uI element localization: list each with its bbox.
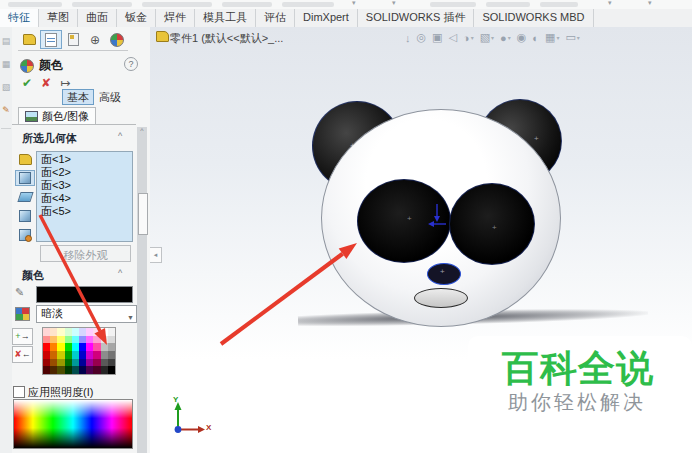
palette-swatch[interactable] <box>101 336 108 344</box>
add-color-button[interactable]: +→ <box>12 328 33 345</box>
palette-swatch[interactable] <box>79 351 86 359</box>
tab-advanced[interactable]: 高级 <box>94 89 126 105</box>
hide-show-items-icon[interactable]: ◉ <box>517 31 527 44</box>
zoom-area-icon[interactable]: ▣ <box>432 31 442 44</box>
panda-left-eye-face[interactable] <box>357 179 451 263</box>
palette-swatch[interactable] <box>101 351 108 359</box>
palette-swatch[interactable] <box>50 328 57 336</box>
palette-swatch[interactable] <box>108 328 115 336</box>
palette-swatch[interactable] <box>101 328 108 336</box>
ribbon-tab[interactable]: 焊件 <box>156 9 195 27</box>
palette-swatch[interactable] <box>93 359 100 367</box>
feature-tree-icon[interactable]: ▤ <box>0 36 12 46</box>
edit-appearance-icon[interactable]: ◐ <box>532 32 539 44</box>
palette-swatch[interactable] <box>50 351 57 359</box>
palette-swatch[interactable] <box>86 359 93 367</box>
remove-color-button[interactable]: ✘← <box>12 346 33 363</box>
palette-swatch[interactable] <box>57 328 64 336</box>
feature-filter-icon[interactable] <box>15 227 35 243</box>
palette-swatch[interactable] <box>86 328 93 336</box>
palette-swatch[interactable] <box>57 359 64 367</box>
hide-tree-icon[interactable]: ▧ <box>0 82 12 92</box>
palette-swatch[interactable] <box>79 359 86 367</box>
palette-swatch[interactable] <box>72 366 79 374</box>
hsv-color-picker[interactable] <box>13 399 133 449</box>
apply-lighting-checkbox[interactable] <box>13 386 25 398</box>
scroll-up-icon[interactable]: ^ <box>137 127 147 134</box>
pin-icon[interactable]: ↦ <box>60 76 70 90</box>
view-settings-icon[interactable]: ▭▾ <box>565 31 579 44</box>
ok-icon[interactable]: ✔ <box>22 76 32 90</box>
palette-swatch[interactable] <box>50 359 57 367</box>
palette-swatch[interactable] <box>93 328 100 336</box>
palette-swatch[interactable] <box>50 366 57 374</box>
previous-view-icon[interactable]: ◁ <box>449 31 457 44</box>
palette-swatch[interactable] <box>57 351 64 359</box>
ribbon-tab[interactable]: 模具工具 <box>195 9 256 27</box>
palette-swatch[interactable] <box>108 343 115 351</box>
palette-swatch[interactable] <box>57 336 64 344</box>
section-view-icon[interactable]: ◑▾ <box>463 32 474 44</box>
finish-dropdown[interactable]: 暗淡 ▼ <box>36 305 137 323</box>
help-button[interactable]: ? <box>124 57 138 71</box>
ribbon-tab[interactable]: 钣金 <box>117 9 156 27</box>
palette-swatch[interactable] <box>86 336 93 344</box>
configurationmanager-tab[interactable] <box>62 30 84 49</box>
face-list-item[interactable]: 面<2> <box>37 166 132 179</box>
palette-swatch[interactable] <box>101 366 108 374</box>
palette-swatch[interactable] <box>79 336 86 344</box>
palette-swatch[interactable] <box>43 343 50 351</box>
palette-swatch[interactable] <box>50 343 57 351</box>
palette-swatch[interactable] <box>65 366 72 374</box>
palette-swatch[interactable] <box>43 336 50 344</box>
part-filter-icon[interactable] <box>15 151 35 167</box>
face-list-item[interactable]: 面<1> <box>37 153 132 166</box>
palette-swatch[interactable] <box>108 359 115 367</box>
collapse-section-icon[interactable]: ^ <box>118 268 122 278</box>
zoom-fit-icon[interactable]: ◎ <box>417 31 427 44</box>
palette-swatch[interactable] <box>108 351 115 359</box>
panel-scrollbar[interactable]: ^ <box>137 127 147 453</box>
panel-splitter-handle[interactable]: ◂ <box>150 247 162 263</box>
displaymanager-tab[interactable] <box>106 30 128 49</box>
display-pane-icon[interactable]: ▦ <box>0 59 12 69</box>
current-color-swatch[interactable] <box>36 286 133 303</box>
palette-swatch[interactable] <box>86 343 93 351</box>
panda-mouth-face[interactable] <box>414 288 468 308</box>
palette-swatch[interactable] <box>72 351 79 359</box>
selected-faces-list[interactable]: 面<1>面<2>面<3>面<4>面<5> <box>36 151 133 242</box>
ribbon-tab[interactable]: 评估 <box>256 9 295 27</box>
face-list-item[interactable]: 面<4> <box>37 192 132 205</box>
ribbon-tab[interactable]: SOLIDWORKS 插件 <box>358 9 475 27</box>
surface-filter-icon[interactable] <box>15 189 35 205</box>
face-list-item[interactable]: 面<5> <box>37 205 132 218</box>
view-orientation-icon[interactable]: ▧▾ <box>480 31 494 44</box>
palette-swatch[interactable] <box>72 336 79 344</box>
collapse-section-icon[interactable]: ^ <box>118 131 122 141</box>
display-style-icon[interactable]: ●▾ <box>500 32 511 44</box>
palette-swatch[interactable] <box>93 366 100 374</box>
ribbon-tab[interactable]: DimXpert <box>295 9 358 27</box>
palette-swatch[interactable] <box>86 351 93 359</box>
eyedropper-icon[interactable]: ✎ <box>15 286 24 299</box>
palette-swatch[interactable] <box>101 343 108 351</box>
palette-swatch[interactable] <box>79 366 86 374</box>
tab-color-image[interactable]: 颜色/图像 <box>18 107 96 124</box>
palette-swatch[interactable] <box>65 328 72 336</box>
palette-swatch[interactable] <box>93 351 100 359</box>
palette-swatch[interactable] <box>108 366 115 374</box>
apply-scene-icon[interactable]: ▦▾ <box>545 31 559 44</box>
palette-swatch[interactable] <box>43 328 50 336</box>
palette-swatch[interactable] <box>50 336 57 344</box>
face-list-item[interactable]: 面<3> <box>37 179 132 192</box>
palette-swatch[interactable] <box>93 336 100 344</box>
pan-icon[interactable]: ↓ <box>405 32 411 44</box>
palette-swatch[interactable] <box>65 343 72 351</box>
palette-swatch[interactable] <box>101 359 108 367</box>
ribbon-tab[interactable]: 草图 <box>39 9 78 27</box>
palette-swatch[interactable] <box>72 359 79 367</box>
palette-swatch[interactable] <box>86 366 93 374</box>
palette-swatch[interactable] <box>43 366 50 374</box>
palette-swatch[interactable] <box>65 336 72 344</box>
palette-swatch[interactable] <box>79 343 86 351</box>
